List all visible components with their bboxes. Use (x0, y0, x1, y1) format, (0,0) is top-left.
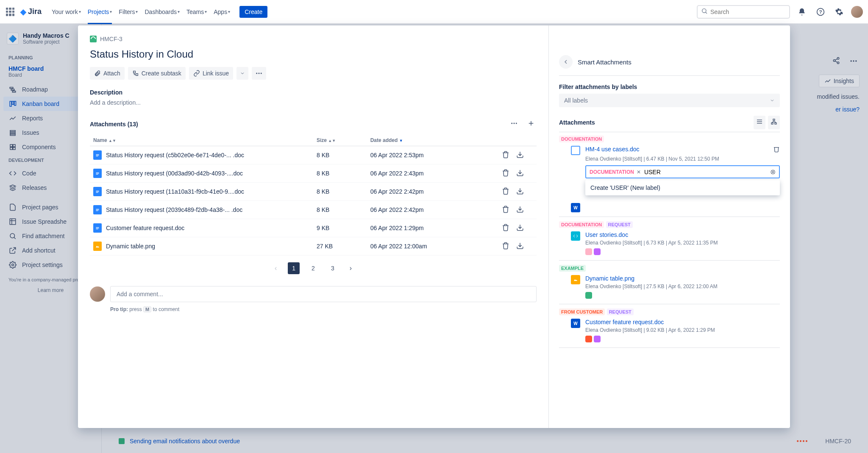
page-3[interactable]: 3 (327, 262, 339, 274)
project-settings-icon (8, 261, 17, 269)
attach-button[interactable]: Attach (90, 67, 125, 80)
issue-title[interactable]: Status History in Cloud (90, 48, 537, 60)
global-search[interactable] (697, 5, 790, 19)
svg-rect-57 (96, 191, 99, 191)
svg-point-43 (256, 73, 257, 74)
user-avatar[interactable] (851, 6, 863, 18)
attachment-meta: Elena Ovdienko [Stiltsoft] | 9.02 KB | A… (585, 327, 780, 333)
attachments-label: Attachments (13) (90, 121, 138, 128)
label-editor[interactable]: DOCUMENTATION ✕ ⊗ Create 'USER' (New lab… (585, 165, 780, 178)
delete-attachment-icon[interactable] (502, 169, 509, 178)
kanban-board-icon (8, 100, 17, 108)
download-attachment-icon[interactable] (516, 224, 524, 233)
jira-logo-icon: ◆ (20, 7, 26, 17)
share-bg-icon[interactable] (831, 55, 842, 69)
link-dropdown-button[interactable] (236, 67, 248, 80)
clear-input-icon[interactable]: ⊗ (770, 168, 776, 176)
download-attachment-icon[interactable] (516, 187, 524, 196)
app-switcher-icon[interactable] (5, 7, 15, 17)
create-subtask-button[interactable]: Create subtask (128, 67, 186, 80)
label-color-dot (585, 336, 592, 342)
attachment-row[interactable]: Status History request (c5b02e0e-6e71-4d… (90, 146, 537, 164)
pager-prev[interactable]: ‹ (271, 263, 280, 274)
reports-icon (8, 114, 17, 122)
nav-item-filters[interactable]: Filters▾ (115, 6, 141, 18)
label-chip-remove[interactable]: ✕ (637, 169, 641, 175)
attachment-link[interactable]: Customer feature request.doc (585, 319, 664, 325)
download-attachment-icon[interactable] (516, 169, 524, 178)
issue-key[interactable]: HMCF-3 (100, 36, 122, 42)
notifications-icon[interactable] (795, 5, 809, 19)
label-color-dot (585, 248, 592, 255)
bg-bottom-text[interactable]: Sending email notifications about overdu… (130, 438, 240, 445)
attachment-row[interactable]: Dynamic table.png27 KB06 Apr 2022 12:00a… (90, 237, 537, 256)
svg-rect-14 (13, 145, 15, 147)
releases-icon (8, 184, 17, 192)
help-icon[interactable]: ? (814, 5, 827, 19)
download-attachment-icon[interactable] (516, 206, 524, 214)
label-filter-select[interactable]: All labels (559, 94, 780, 107)
issue-spreadshe-icon (8, 218, 17, 225)
attachment-link[interactable]: User stories.doc (585, 231, 628, 238)
attachment-row[interactable]: Status History request (11a10a31-f9cb-41… (90, 183, 537, 201)
delete-attachment-icon[interactable] (773, 146, 780, 154)
delete-attachment-icon[interactable] (502, 151, 509, 160)
link-issue-button[interactable]: Link issue (189, 67, 233, 80)
jira-logo[interactable]: ◆ Jira (20, 7, 42, 17)
svg-rect-53 (96, 156, 98, 156)
delete-attachment-icon[interactable] (502, 224, 509, 233)
nav-item-your-work[interactable]: Your work▾ (48, 6, 84, 18)
svg-point-20 (10, 233, 15, 238)
svg-rect-6 (12, 91, 16, 92)
nav-item-apps[interactable]: Apps▾ (210, 6, 234, 18)
page-2[interactable]: 2 (307, 262, 319, 274)
svg-rect-56 (96, 174, 98, 175)
label-text-input[interactable] (644, 169, 767, 175)
svg-marker-77 (574, 279, 577, 281)
attachment-meta: Elena Ovdienko [Stiltsoft] | 27.5 KB | A… (585, 283, 780, 289)
pager-next[interactable]: › (346, 263, 355, 274)
attachment-row[interactable]: Customer feature request.doc9 KB06 Apr 2… (90, 219, 537, 237)
bg-link-issue[interactable]: er issue? (835, 106, 860, 113)
project-type: Software project (23, 39, 70, 45)
search-input[interactable] (710, 8, 786, 15)
delete-attachment-icon[interactable] (502, 187, 509, 196)
svg-rect-10 (10, 131, 15, 132)
insights-button[interactable]: Insights (819, 75, 860, 87)
attachment-link[interactable]: Dynamic table.png (585, 275, 634, 282)
svg-point-28 (851, 60, 852, 61)
create-button[interactable]: Create (239, 6, 267, 18)
comment-input[interactable]: Add a comment... (110, 286, 537, 302)
top-navigation: ◆ Jira Your work▾Projects▾Filters▾Dashbo… (0, 0, 868, 24)
attachment-link[interactable]: HM-4 use cases.doc (585, 146, 640, 154)
attachment-row[interactable]: Status History request (00d3ad90-d42b-40… (90, 164, 537, 183)
svg-rect-60 (96, 209, 99, 209)
attachment-row[interactable]: Status History request (2039c489-f2db-4a… (90, 201, 537, 219)
attachments-more-icon[interactable] (509, 118, 520, 131)
tree-view-icon[interactable] (768, 116, 780, 129)
download-attachment-icon[interactable] (516, 151, 524, 160)
delete-attachment-icon[interactable] (502, 206, 509, 214)
download-attachment-icon[interactable] (516, 242, 524, 251)
nav-item-teams[interactable]: Teams▾ (183, 6, 210, 18)
action-more-button[interactable] (252, 67, 266, 80)
add-shortcut-icon (8, 247, 17, 254)
nav-item-dashboards[interactable]: Dashboards▾ (141, 6, 183, 18)
more-bg-icon[interactable] (848, 55, 860, 69)
add-attachment-icon[interactable] (526, 118, 537, 131)
svg-point-48 (516, 123, 517, 124)
back-button[interactable] (559, 55, 573, 69)
svg-point-29 (853, 60, 854, 61)
file-type-icon (93, 169, 102, 178)
svg-rect-54 (96, 172, 99, 173)
page-1[interactable]: 1 (288, 262, 300, 274)
delete-attachment-icon[interactable] (502, 242, 509, 251)
settings-icon[interactable] (832, 5, 846, 19)
svg-rect-65 (96, 229, 98, 229)
attachments-table: Name ▲▼ Size ▲▼ Date added ▼ Status Hist… (90, 135, 537, 256)
svg-rect-17 (10, 219, 16, 225)
label-suggestion-dropdown[interactable]: Create 'USER' (New label) (585, 180, 780, 195)
list-view-icon[interactable] (754, 116, 765, 129)
description-field[interactable]: Add a description... (90, 99, 537, 106)
nav-item-projects[interactable]: Projects▾ (84, 6, 116, 18)
